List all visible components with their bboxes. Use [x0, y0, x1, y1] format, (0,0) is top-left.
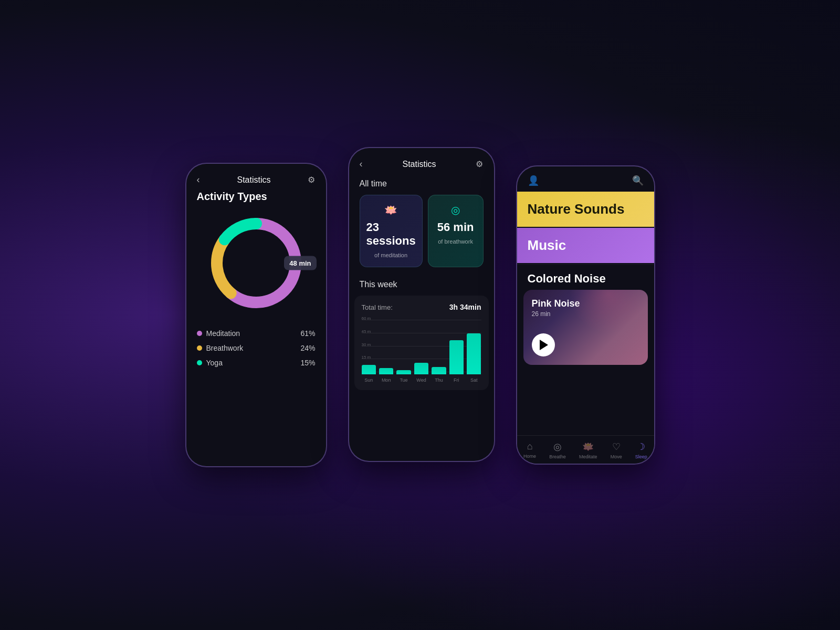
phone-statistics: ‹ Statistics ⚙ All time 🪷 23 sessions of…	[348, 147, 495, 462]
sessions-desc: of meditation	[374, 252, 407, 258]
search-icon[interactable]: 🔍	[632, 175, 644, 186]
breathwork-number: 56 min	[437, 220, 474, 234]
pink-noise-card[interactable]: Pink Noise 26 min	[523, 290, 648, 365]
phone-sounds: 👤 🔍 Nature Sounds Music Colored Noise Pi…	[516, 165, 655, 465]
bar-fri	[449, 340, 464, 374]
bar-tue	[396, 370, 411, 374]
nav-sleep[interactable]: ☽ Sleep	[635, 441, 647, 459]
sleep-label: Sleep	[635, 454, 647, 459]
move-icon: ♡	[612, 441, 621, 453]
nav-home[interactable]: ⌂ Home	[523, 441, 536, 459]
yoga-pct: 15%	[300, 359, 315, 367]
music-title: Music	[528, 237, 566, 253]
total-time-value: 3h 34min	[449, 303, 481, 311]
colored-noise-title: Colored Noise	[528, 272, 606, 285]
back-button-2[interactable]: ‹	[360, 159, 363, 170]
bar-sun	[362, 365, 376, 374]
breathwork-card[interactable]: ◎ 56 min of breathwork	[428, 195, 484, 267]
stats-cards: 🪷 23 sessions of meditation ◎ 56 min of …	[349, 195, 494, 276]
bar-day-label: Tue	[400, 377, 407, 383]
legend-yoga: Yoga 15%	[197, 355, 316, 370]
header-title-2: Statistics	[402, 160, 436, 169]
all-time-label: All time	[349, 175, 494, 195]
donut-chart-area: 48 min	[186, 205, 326, 321]
back-button-1[interactable]: ‹	[197, 174, 200, 185]
bar-col-wed: Wed	[414, 320, 428, 383]
breathwork-dot	[197, 345, 202, 351]
breathwork-icon: ◎	[451, 204, 460, 216]
pink-noise-title: Pink Noise	[532, 298, 639, 309]
play-button[interactable]	[532, 333, 555, 356]
bar-mon	[379, 368, 393, 374]
meditate-label: Meditate	[579, 454, 597, 459]
phone2-header: ‹ Statistics ⚙	[349, 148, 494, 175]
bar-day-label: Sat	[470, 377, 478, 383]
bar-day-label: Fri	[454, 377, 459, 383]
bar-col-fri: Fri	[449, 320, 464, 383]
nav-meditate[interactable]: 🪷 Meditate	[579, 441, 597, 459]
meditation-icon: 🪷	[384, 204, 397, 216]
yoga-label: Yoga	[206, 359, 223, 367]
sleep-icon: ☽	[637, 441, 645, 453]
week-chart-section: Total time: 3h 34min 60 m 45 m 30 m 15 m…	[354, 296, 489, 390]
bar-col-sat: Sat	[467, 320, 481, 383]
bar-day-label: Wed	[416, 377, 426, 383]
breathwork-label: Breathwork	[206, 344, 244, 352]
week-header: Total time: 3h 34min	[362, 303, 481, 311]
bottom-nav: ⌂ Home ◎ Breathe 🪷 Meditate ♡ Move ☽ Sle…	[517, 435, 654, 464]
bar-chart: SunMonTueWedThuFriSat	[362, 320, 481, 383]
bar-thu	[432, 367, 446, 374]
nature-sounds-card[interactable]: Nature Sounds	[517, 192, 654, 227]
nav-move[interactable]: ♡ Move	[611, 441, 622, 459]
nav-breathe[interactable]: ◎ Breathe	[549, 441, 566, 459]
pink-noise-duration: 26 min	[532, 310, 639, 318]
bar-sat	[467, 333, 481, 374]
user-icon[interactable]: 👤	[528, 175, 539, 186]
play-triangle-icon	[540, 340, 548, 350]
legend-area: Meditation 61% Breathwork 24% Yoga 15%	[186, 321, 326, 375]
donut-chart: 48 min	[204, 211, 309, 316]
colored-noise-section: Colored Noise	[517, 264, 654, 290]
this-week-label: This week	[349, 276, 494, 296]
bar-col-sun: Sun	[362, 320, 376, 383]
bar-col-tue: Tue	[396, 320, 411, 383]
meditation-dot	[197, 331, 202, 336]
donut-center-label: 48 min	[284, 256, 316, 270]
bar-day-label: Thu	[435, 377, 443, 383]
music-card[interactable]: Music	[517, 228, 654, 263]
sessions-card[interactable]: 🪷 23 sessions of meditation	[360, 195, 423, 267]
home-label: Home	[523, 454, 536, 459]
phone1-header: ‹ Statistics ⚙	[186, 164, 326, 191]
gear-icon-2[interactable]: ⚙	[476, 159, 483, 169]
nature-sounds-title: Nature Sounds	[528, 201, 625, 217]
sessions-number: 23 sessions	[366, 220, 416, 248]
total-time-label: Total time:	[362, 303, 393, 311]
bar-day-label: Mon	[382, 377, 391, 383]
header-title-1: Statistics	[237, 175, 270, 185]
phone-activity-types: ‹ Statistics ⚙ Activity Types 48 min Med…	[185, 163, 327, 467]
bar-wed	[414, 363, 428, 374]
meditation-label: Meditation	[206, 329, 240, 338]
activity-types-title: Activity Types	[186, 191, 326, 205]
home-icon: ⌂	[527, 441, 533, 452]
bar-day-label: Sun	[364, 377, 373, 383]
breathwork-desc: of breathwork	[438, 238, 473, 245]
breathwork-pct: 24%	[300, 344, 315, 352]
gear-icon-1[interactable]: ⚙	[308, 175, 315, 185]
bar-chart-wrapper: 60 m 45 m 30 m 15 m SunMonTueWedThuFriSa…	[362, 320, 481, 383]
move-label: Move	[611, 454, 622, 459]
sounds-header: 👤 🔍	[517, 166, 654, 192]
yoga-dot	[197, 360, 202, 365]
breathe-icon: ◎	[553, 441, 562, 453]
bar-col-thu: Thu	[432, 320, 446, 383]
breathe-label: Breathe	[549, 454, 566, 459]
legend-meditation: Meditation 61%	[197, 326, 316, 341]
bar-col-mon: Mon	[379, 320, 393, 383]
meditate-icon: 🪷	[582, 441, 594, 453]
meditation-pct: 61%	[300, 329, 315, 338]
legend-breathwork: Breathwork 24%	[197, 341, 316, 355]
